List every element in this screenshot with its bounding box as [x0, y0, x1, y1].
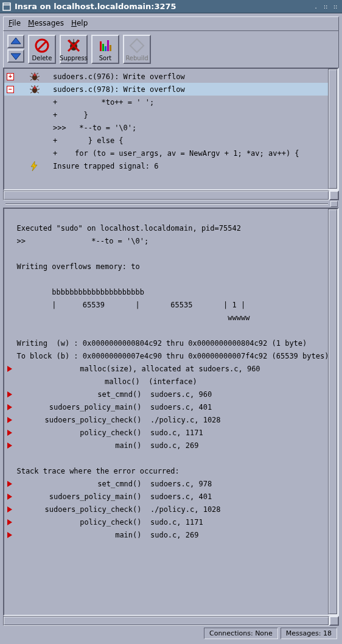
expand-toggle[interactable]: + [7, 73, 30, 80]
status-messages: Messages: 18 [281, 628, 337, 639]
svg-line-24 [37, 76, 40, 77]
svg-marker-36 [31, 161, 37, 171]
svg-rect-13 [102, 44, 104, 51]
log-text: sudoers.c(978): Write overflow [53, 85, 185, 94]
suppress-button[interactable]: Suppress [60, 35, 88, 64]
bolt-icon [30, 161, 53, 171]
detail-line: sudoers_policy_check() ./policy.c, 1028 [8, 503, 324, 516]
detail-vscrollbar[interactable] [328, 209, 338, 615]
detail-line: policy_check() sudo.c, 1171 [8, 516, 324, 529]
statusbar: Connections: None Messages: 18 [3, 626, 339, 641]
sort-label: Sort [99, 55, 112, 61]
expand-triangle-icon[interactable] [7, 516, 14, 529]
svg-rect-15 [107, 40, 109, 51]
detail-line [8, 248, 324, 261]
detail-line: wwwww [8, 312, 324, 324]
detail-line: | 65539 | 65535 | 1 | [8, 299, 324, 312]
delete-label: Delete [32, 55, 52, 61]
window-title: Insra on localhost.localdomain:3275 [15, 2, 308, 11]
menu-help[interactable]: Help [71, 19, 88, 27]
detail-line: sudoers_policy_main() sudoers.c, 401 [8, 491, 324, 503]
rebuild-icon [129, 38, 145, 54]
detail-line: set_cmnd() sudoers.c, 960 [8, 388, 324, 401]
log-list[interactable]: +sudoers.c(976): Write overflow−sudoers.… [4, 69, 328, 189]
window-controls: . :: :: [312, 2, 340, 11]
log-text: + } else { [53, 136, 124, 145]
log-text: sudoers.c(976): Write overflow [53, 72, 185, 81]
detail-line: set_cmnd() sudoers.c, 978 [8, 478, 324, 491]
log-text: + } [53, 111, 88, 119]
log-row[interactable]: >>> *--to = '\0'; [4, 121, 328, 134]
toolbar: Delete Suppress Sort [3, 31, 339, 68]
svg-marker-46 [7, 519, 12, 525]
svg-line-21 [31, 73, 33, 74]
suppress-label: Suppress [60, 55, 88, 61]
detail-line: sudoers_policy_main() sudoers.c, 401 [8, 401, 324, 414]
expand-triangle-icon[interactable] [7, 478, 14, 491]
svg-line-33 [37, 89, 40, 90]
minimize-button[interactable]: . [312, 2, 320, 11]
svg-marker-41 [7, 430, 12, 436]
log-row[interactable]: + } else { [4, 134, 328, 147]
detail-body[interactable]: Executed "sudo" on localhost.localdomain… [4, 209, 328, 615]
log-row[interactable]: Insure trapped signal: 6 [4, 159, 328, 172]
scroll-down-button[interactable] [7, 49, 24, 63]
log-row[interactable]: + *to++ = ' '; [4, 96, 328, 108]
svg-line-25 [30, 79, 32, 80]
menubar: File Messages Help [3, 16, 339, 31]
detail-line: >> *--to = '\0'; [8, 235, 324, 248]
svg-marker-40 [7, 417, 12, 423]
detail-line: main() sudo.c, 269 [8, 529, 324, 542]
log-row[interactable]: +sudoers.c(976): Write overflow [4, 70, 328, 83]
log-row[interactable]: −sudoers.c(978): Write overflow [4, 83, 328, 96]
dotted-button[interactable]: :: [331, 2, 340, 11]
detail-line: Writing overflows memory: to [8, 261, 324, 273]
expand-triangle-icon[interactable] [7, 529, 14, 542]
svg-marker-37 [7, 366, 12, 372]
sort-button[interactable]: Sort [91, 35, 119, 64]
bug-icon [30, 85, 53, 94]
svg-line-26 [37, 79, 39, 80]
rebuild-button[interactable]: Rebuild [123, 35, 151, 64]
detail-line [8, 273, 324, 286]
svg-marker-39 [7, 404, 12, 410]
menu-file[interactable]: File [9, 19, 21, 27]
detail-line: Executed "sudo" on localhost.localdomain… [8, 222, 324, 235]
log-row[interactable]: + } [4, 108, 328, 121]
expand-triangle-icon[interactable] [7, 401, 14, 414]
scroll-corner [329, 616, 339, 626]
log-text: + *to++ = ' '; [53, 98, 154, 107]
svg-line-31 [37, 86, 38, 87]
expand-triangle-icon[interactable] [7, 414, 14, 427]
log-text: >>> *--to = '\0'; [53, 124, 136, 132]
svg-line-30 [31, 86, 33, 87]
expand-triangle-icon[interactable] [7, 388, 14, 401]
expand-triangle-icon[interactable] [7, 503, 14, 516]
svg-line-5 [38, 41, 46, 50]
svg-marker-17 [130, 39, 144, 52]
detail-pane: Executed "sudo" on localhost.localdomain… [3, 208, 339, 616]
expand-triangle-icon[interactable] [7, 439, 14, 452]
svg-line-35 [37, 92, 39, 93]
log-vscrollbar[interactable] [328, 69, 338, 189]
expand-triangle-icon[interactable] [7, 491, 14, 503]
rebuild-label: Rebuild [125, 55, 148, 61]
svg-marker-2 [11, 38, 21, 44]
scroll-corner [329, 191, 339, 200]
log-row[interactable]: + for (to = user_args, av = NewArgv + 1;… [4, 147, 328, 159]
detail-line [8, 324, 324, 337]
maximize-button[interactable]: :: [321, 2, 330, 11]
expand-toggle[interactable]: − [7, 86, 30, 93]
scroll-up-button[interactable] [7, 35, 24, 48]
expand-triangle-icon[interactable] [7, 427, 14, 439]
detail-hscrollbar[interactable] [3, 616, 329, 626]
log-hscrollbar[interactable] [3, 191, 329, 200]
status-connections: Connections: None [204, 628, 278, 639]
detail-line: bbbbbbbbbbbbbbbbbbbbb [8, 286, 324, 299]
detail-line: Writing (w) : 0x0000000000804c92 thru 0x… [8, 337, 324, 350]
expand-triangle-icon[interactable] [7, 363, 14, 376]
delete-button[interactable]: Delete [28, 35, 56, 64]
menu-messages[interactable]: Messages [28, 19, 64, 27]
svg-rect-16 [110, 45, 111, 51]
sash[interactable] [3, 200, 339, 208]
